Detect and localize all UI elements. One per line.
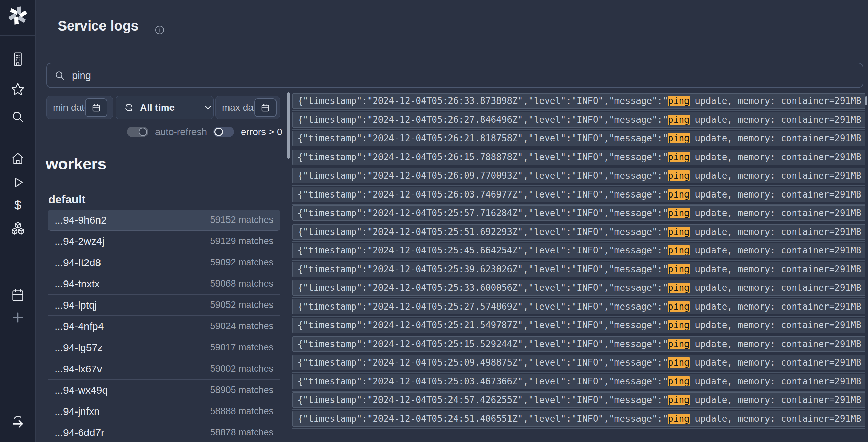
service-logs-page: $	[0, 0, 868, 442]
worker-id: ...94-6dd7r	[55, 427, 104, 439]
worker-match-count: 59017 matches	[210, 342, 273, 353]
worker-row[interactable]: ...94-tnxtx 59068 matches	[48, 273, 280, 295]
log-pre: {"timestamp":"2024-12-04T05:25:21.549787…	[297, 320, 668, 330]
log-row[interactable]: {"timestamp":"2024-12-04T05:26:03.746977…	[292, 187, 865, 202]
search-match-highlight: ping	[668, 283, 690, 293]
log-row[interactable]: {"timestamp":"2024-12-04T05:25:51.692293…	[292, 224, 865, 240]
worker-row[interactable]: ...94-jnfxn 58888 matches	[48, 401, 280, 422]
log-row[interactable]: {"timestamp":"2024-12-04T05:25:27.574869…	[292, 299, 865, 314]
log-line-text: {"timestamp":"2024-12-04T05:24:57.426255…	[293, 393, 865, 407]
worker-row[interactable]: ...94-lx67v 59002 matches	[48, 358, 280, 380]
log-row[interactable]: {"timestamp":"2024-12-04T05:26:21.818758…	[292, 131, 865, 146]
log-row[interactable]: {"timestamp":"2024-12-04T05:25:03.467366…	[292, 374, 865, 389]
log-post: update, memory: container=291MB	[690, 245, 861, 255]
worker-id: ...94-lg57z	[55, 342, 103, 354]
log-row[interactable]: {"timestamp":"2024-12-04T05:25:39.623026…	[292, 262, 865, 277]
worker-group-name: default	[48, 193, 85, 206]
log-row[interactable]: {"timestamp":"2024-12-04T05:26:33.873898…	[292, 93, 865, 109]
sidebar-item-sign-out[interactable]	[0, 413, 36, 431]
modal-logo-icon[interactable]	[0, 5, 36, 25]
log-line-text: {"timestamp":"2024-12-04T05:26:33.873898…	[293, 94, 865, 108]
log-line-text: {"timestamp":"2024-12-04T05:26:21.818758…	[293, 131, 865, 146]
worker-row[interactable]: ...94-wx49q 58905 matches	[48, 380, 280, 401]
search-match-highlight: ping	[668, 301, 690, 312]
search-match-highlight: ping	[668, 170, 690, 181]
log-pre: {"timestamp":"2024-12-04T05:25:39.623026…	[297, 264, 668, 274]
sidebar-item-home[interactable]	[0, 150, 36, 167]
search-input[interactable]	[72, 70, 855, 81]
log-panel: {"timestamp":"2024-12-04T05:26:33.873898…	[287, 87, 868, 442]
worker-match-count: 59052 matches	[210, 300, 273, 310]
log-scrollbar-left-thumb[interactable]	[287, 92, 290, 159]
search-match-highlight: ping	[668, 189, 690, 200]
log-post: update, memory: container=291MB	[690, 170, 861, 181]
info-icon[interactable]	[155, 25, 164, 35]
sidebar-item-run[interactable]	[0, 174, 36, 191]
sidebar-item-add[interactable]	[0, 311, 36, 324]
worker-id: ...94-ft2d8	[55, 257, 101, 268]
log-row[interactable]: {"timestamp":"2024-12-04T05:25:09.498875…	[292, 355, 865, 370]
worker-row[interactable]: ...94-2wz4j 59129 matches	[48, 231, 280, 252]
log-post: update, memory: container=291MB	[690, 357, 861, 368]
log-row[interactable]: {"timestamp":"2024-12-04T05:26:09.770093…	[292, 168, 865, 183]
log-pre: {"timestamp":"2024-12-04T05:26:27.846496…	[297, 115, 668, 125]
worker-row[interactable]: ...94-6dd7r 58878 matches	[48, 422, 280, 442]
sidebar-item-favorites[interactable]	[0, 81, 36, 98]
search-match-highlight: ping	[668, 395, 690, 405]
sidebar-item-packages[interactable]	[0, 220, 36, 237]
worker-row[interactable]: ...94-4nfp4 59024 matches	[48, 316, 280, 337]
log-rows: {"timestamp":"2024-12-04T05:26:33.873898…	[292, 93, 865, 430]
time-range-button[interactable]: All time	[116, 96, 214, 119]
worker-row[interactable]: ...94-ft2d8 59092 matches	[48, 252, 280, 273]
log-row[interactable]: {"timestamp":"2024-12-04T05:25:33.600056…	[292, 280, 865, 296]
calendar-icon	[10, 288, 26, 303]
worker-row[interactable]: ...94-lptqj 59052 matches	[48, 295, 280, 316]
log-row[interactable]: {"timestamp":"2024-12-04T05:24:57.426255…	[292, 392, 865, 408]
log-line-text: {"timestamp":"2024-12-04T05:24:51.406551…	[293, 411, 865, 426]
sidebar-item-schedule[interactable]	[0, 287, 36, 304]
log-row[interactable]: {"timestamp":"2024-12-04T05:25:57.716284…	[292, 205, 865, 221]
min-date-calendar-button[interactable]	[85, 98, 107, 117]
auto-refresh-toggle[interactable]	[127, 127, 148, 137]
errors-filter-toggle[interactable]	[213, 127, 234, 137]
log-row[interactable]: {"timestamp":"2024-12-04T05:24:51.406551…	[292, 411, 865, 427]
log-post: update, memory: container=291MB	[690, 339, 861, 349]
log-post: update, memory: container=291MB	[690, 115, 861, 125]
toggle-knob	[214, 128, 223, 136]
search-match-highlight: ping	[668, 264, 690, 274]
search-match-highlight: ping	[668, 115, 690, 125]
log-pre: {"timestamp":"2024-12-04T05:26:03.746977…	[297, 189, 668, 200]
building-icon	[10, 51, 26, 68]
worker-match-count: 59129 matches	[210, 236, 273, 247]
log-row[interactable]: {"timestamp":"2024-12-04T05:26:27.846496…	[292, 112, 865, 128]
log-line-text: {"timestamp":"2024-12-04T05:26:09.770093…	[293, 168, 865, 183]
sidebar-item-search[interactable]	[0, 109, 36, 125]
log-row[interactable]: {"timestamp":"2024-12-04T05:26:15.788878…	[292, 150, 865, 165]
log-scrollbar-right-thumb[interactable]	[865, 96, 867, 105]
log-line-text: {"timestamp":"2024-12-04T05:25:15.529244…	[293, 337, 865, 351]
worker-match-count: 58888 matches	[210, 406, 273, 417]
max-date-calendar-button[interactable]	[254, 98, 277, 117]
refresh-icon	[124, 103, 134, 112]
log-row[interactable]: {"timestamp":"2024-12-04T05:25:21.549787…	[292, 318, 865, 333]
log-row[interactable]: {"timestamp":"2024-12-04T05:25:45.664254…	[292, 243, 865, 258]
star-icon	[10, 81, 26, 98]
log-line-text: {"timestamp":"2024-12-04T05:25:09.498875…	[293, 355, 865, 370]
worker-match-count: 58905 matches	[210, 385, 273, 395]
log-post: update, memory: container=291MB	[690, 96, 861, 106]
search-match-highlight: ping	[668, 357, 690, 368]
worker-match-count: 59092 matches	[210, 257, 273, 268]
log-row[interactable]: {"timestamp":"2024-12-04T05:25:15.529244…	[292, 336, 865, 352]
worker-match-count: 59002 matches	[210, 363, 273, 374]
search-match-highlight: ping	[668, 133, 690, 143]
sidebar-item-billing[interactable]: $	[0, 198, 36, 214]
workers-heading: workers	[46, 154, 106, 173]
log-post: update, memory: container=291MB	[690, 133, 861, 143]
sidebar-item-organization[interactable]	[0, 51, 36, 68]
page-title: Service logs	[58, 18, 139, 34]
log-line-text: {"timestamp":"2024-12-04T05:26:27.846496…	[293, 112, 865, 127]
search-match-highlight: ping	[668, 96, 690, 106]
chevron-down-icon	[203, 103, 213, 112]
worker-row[interactable]: ...94-lg57z 59017 matches	[48, 337, 280, 358]
worker-row[interactable]: ...94-9h6n2 59152 matches	[48, 210, 280, 231]
